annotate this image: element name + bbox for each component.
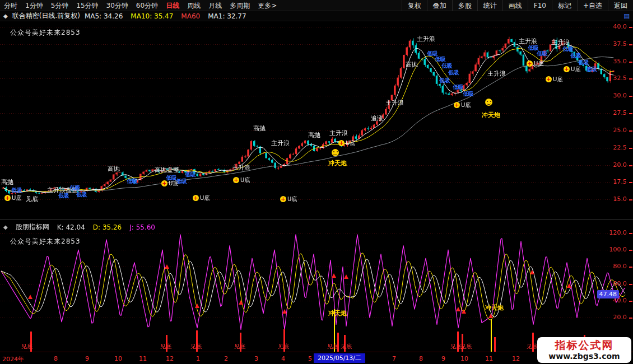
menu-item-4[interactable]: 30分钟 [103, 0, 132, 11]
menu-item-1[interactable]: 1分钟 [21, 0, 47, 11]
site-watermark-title: 指标公式网 [555, 339, 614, 352]
ma-value: MA5: 34.26 [85, 12, 123, 20]
menu-item-0[interactable]: 分时 [0, 0, 21, 11]
ma-values: MA5: 34.26MA10: 35.47MA60MA1: 32.77 [85, 12, 254, 20]
menubar-right: 复权叠加多股统计画线F10标记+自选返回 [402, 0, 633, 11]
month-label-15[interactable]: 12 [512, 355, 520, 362]
month-label-10[interactable]: 7 [392, 355, 396, 362]
menu-item-10[interactable]: 更多> [254, 0, 281, 11]
site-watermark: 指标公式网 www.zbgs3.com [537, 337, 631, 363]
stock-title: 联合精密(日线.前复权) [12, 11, 80, 21]
indicator-icon: ◆ [3, 224, 8, 230]
ma-value: MA60 [181, 12, 200, 20]
site-watermark-url: www.zbgs3.com [548, 352, 620, 361]
menu-button-8[interactable]: 返回 [608, 0, 633, 11]
top-menubar: 分时1分钟5分钟15分钟30分钟60分钟日线周线月线多周期更多> 复权叠加多股统… [0, 0, 633, 11]
stock-marker-icon: ◆ [3, 13, 8, 19]
menu-button-0[interactable]: 复权 [402, 0, 427, 11]
menu-button-3[interactable]: 统计 [477, 0, 502, 11]
menu-button-7[interactable]: +自选 [577, 0, 608, 11]
menu-item-7[interactable]: 周线 [183, 0, 204, 11]
menu-item-9[interactable]: 多周期 [226, 0, 254, 11]
month-label-14[interactable]: 11 [485, 355, 493, 362]
j-value: J: 55.60 [129, 223, 155, 231]
indicator-header: ◆ 股朋指标网 K: 42.04 D: 35.26 J: 55.60 [3, 222, 155, 232]
month-label-11[interactable]: 8 [419, 355, 423, 362]
menu-button-5[interactable]: F10 [528, 0, 552, 11]
menu-item-3[interactable]: 15分钟 [72, 0, 102, 11]
selected-date[interactable]: 2025/05/13/二 [314, 353, 365, 363]
menu-button-6[interactable]: 标记 [552, 0, 577, 11]
month-label-6[interactable]: 2 [224, 355, 228, 362]
year-label: 2024年 [2, 355, 24, 363]
k-value: K: 42.04 [57, 223, 85, 231]
trading-app: 分时1分钟5分钟15分钟30分钟60分钟日线周线月线多周期更多> 复权叠加多股统… [0, 0, 633, 364]
menu-button-1[interactable]: 叠加 [427, 0, 452, 11]
month-label-3[interactable]: 11 [139, 355, 147, 362]
menu-item-2[interactable]: 5分钟 [47, 0, 73, 11]
main-chart-canvas[interactable] [0, 21, 633, 220]
indicator-name[interactable]: 股朋指标网 [16, 222, 49, 232]
indicator-canvas[interactable] [0, 220, 633, 352]
panel-divider[interactable] [0, 220, 633, 220]
month-label-13[interactable]: 10 [460, 355, 468, 362]
current-value-badge: 47.48 [597, 290, 620, 298]
ma-value: MA10: 35.47 [131, 12, 173, 20]
main-watermark-text: 公众号美好未来2853 [10, 28, 81, 38]
month-label-0[interactable]: 8 [54, 355, 58, 362]
menubar-left: 分时1分钟5分钟15分钟30分钟60分钟日线周线月线多周期更多> [0, 0, 281, 11]
menu-item-6[interactable]: 日线 [162, 0, 183, 11]
month-label-7[interactable]: 3 [254, 355, 258, 362]
d-value: D: 35.26 [93, 223, 122, 231]
menu-button-2[interactable]: 多股 [452, 0, 477, 11]
month-label-9[interactable]: 5 [308, 355, 312, 362]
month-label-5[interactable]: 1 [196, 355, 200, 362]
panel-toggle-icon[interactable]: ▤ [624, 12, 630, 20]
month-label-4[interactable]: 12 [166, 355, 174, 362]
chart-infobar: ◆ 联合精密(日线.前复权) MA5: 34.26MA10: 35.47MA60… [0, 11, 633, 21]
ma-value: MA1: 32.77 [208, 12, 246, 20]
menu-button-4[interactable]: 画线 [502, 0, 528, 11]
menu-item-8[interactable]: 月线 [204, 0, 226, 11]
menu-item-5[interactable]: 60分钟 [132, 0, 162, 11]
month-label-1[interactable]: 9 [85, 355, 89, 362]
month-label-12[interactable]: 9 [441, 355, 445, 362]
sub-watermark-text: 公众号美好未来2853 [10, 237, 81, 246]
month-label-2[interactable]: 10 [114, 355, 122, 362]
month-label-8[interactable]: 4 [281, 355, 285, 362]
